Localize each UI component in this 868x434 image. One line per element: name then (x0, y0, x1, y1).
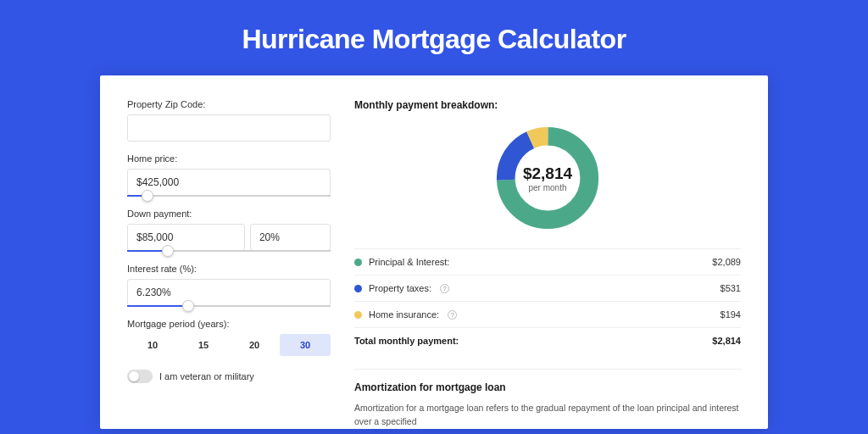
legend-value-taxes: $531 (721, 283, 741, 293)
donut-sub: per month (523, 183, 572, 192)
period-field: Mortgage period (years): 10 15 20 30 (127, 319, 331, 356)
down-payment-pct-input[interactable] (250, 224, 331, 251)
info-icon[interactable]: ? (448, 310, 457, 320)
period-option-20[interactable]: 20 (229, 334, 280, 356)
veteran-row: I am veteran or military (127, 370, 331, 383)
veteran-toggle[interactable] (127, 370, 153, 383)
period-option-15[interactable]: 15 (178, 334, 229, 356)
home-price-slider-thumb[interactable] (142, 190, 153, 202)
breakdown-title: Monthly payment breakdown: (354, 99, 741, 111)
home-price-slider[interactable] (127, 195, 331, 197)
legend-label-total: Total monthly payment: (354, 336, 459, 346)
donut-amount: $2,814 (523, 164, 572, 183)
legend-dot-insurance (354, 311, 362, 319)
zip-field: Property Zip Code: (127, 99, 331, 142)
page-title: Hurricane Mortgage Calculator (0, 0, 868, 75)
period-options: 10 15 20 30 (127, 334, 331, 356)
amortization-title: Amortization for mortgage loan (354, 381, 741, 393)
down-payment-field: Down payment: (127, 209, 331, 252)
legend-value-insurance: $194 (721, 309, 741, 320)
info-icon[interactable]: ? (440, 284, 449, 293)
veteran-label: I am veteran or military (159, 371, 254, 381)
period-option-30[interactable]: 30 (280, 334, 331, 356)
amortization-text: Amortization for a mortgage loan refers … (354, 402, 741, 429)
home-price-field: Home price: (127, 153, 331, 197)
interest-rate-slider-thumb[interactable] (182, 300, 194, 312)
zip-input[interactable] (127, 114, 331, 142)
interest-rate-label: Interest rate (%): (127, 264, 331, 274)
legend-row-total: Total monthly payment: $2,814 (354, 327, 741, 353)
down-payment-slider-thumb[interactable] (162, 245, 174, 257)
legend-row-taxes: Property taxes: ? $531 (354, 275, 741, 301)
home-price-input[interactable] (127, 169, 331, 196)
interest-rate-field: Interest rate (%): (127, 264, 331, 307)
legend-dot-taxes (354, 285, 362, 292)
donut-chart-wrap: $2,814 per month (354, 123, 741, 233)
legend-value-principal: $2,089 (712, 257, 741, 267)
legend-row-insurance: Home insurance: ? $194 (354, 301, 741, 327)
legend-row-principal: Principal & Interest: $2,089 (354, 248, 741, 275)
legend-dot-principal (354, 259, 362, 266)
amortization-section: Amortization for mortgage loan Amortizat… (354, 369, 741, 429)
donut-center: $2,814 per month (523, 164, 572, 192)
period-option-10[interactable]: 10 (127, 334, 178, 356)
zip-label: Property Zip Code: (127, 99, 331, 109)
legend-value-total: $2,814 (712, 336, 741, 346)
veteran-toggle-knob (129, 371, 139, 381)
down-payment-label: Down payment: (127, 209, 331, 219)
inputs-column: Property Zip Code: Home price: Down paym… (127, 99, 331, 429)
down-payment-slider[interactable] (127, 250, 331, 252)
calculator-card: Property Zip Code: Home price: Down paym… (100, 75, 768, 429)
interest-rate-input[interactable] (127, 279, 331, 306)
down-payment-input[interactable] (127, 224, 245, 251)
interest-rate-slider[interactable] (127, 305, 331, 307)
breakdown-column: Monthly payment breakdown: $2,814 per mo… (354, 99, 741, 429)
legend-label-principal: Principal & Interest: (369, 257, 449, 267)
period-label: Mortgage period (years): (127, 319, 331, 329)
home-price-label: Home price: (127, 153, 331, 164)
legend-label-taxes: Property taxes: (369, 283, 431, 293)
legend-label-insurance: Home insurance: (369, 309, 439, 320)
